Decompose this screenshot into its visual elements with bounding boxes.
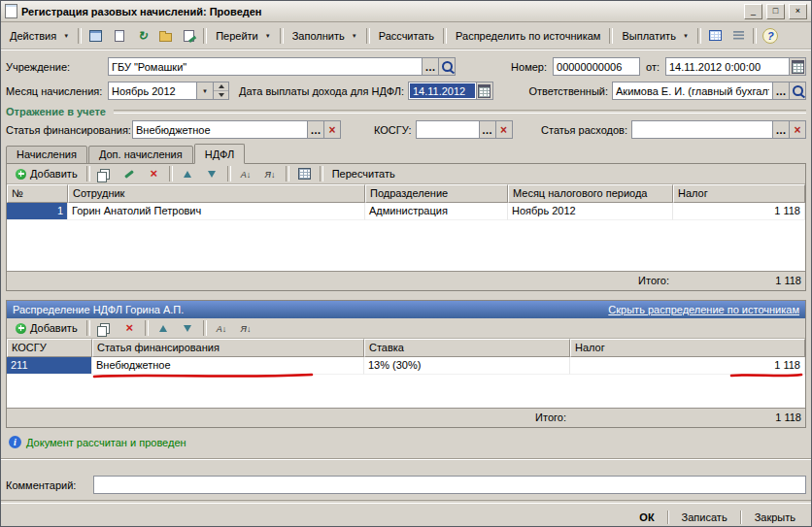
ndfl-date-calendar-button[interactable] bbox=[476, 82, 492, 99]
spin-up-button[interactable] bbox=[214, 82, 228, 90]
sort-desc-button[interactable] bbox=[259, 164, 282, 183]
column-header-tax: Налог bbox=[570, 339, 805, 357]
date-calendar-button[interactable] bbox=[789, 58, 805, 75]
cell-row-number[interactable]: 1 bbox=[7, 203, 68, 220]
spin-down-button[interactable] bbox=[214, 90, 228, 99]
expense-clear-button[interactable] bbox=[789, 121, 805, 138]
comment-input[interactable] bbox=[94, 477, 805, 493]
expense-field[interactable] bbox=[631, 120, 806, 139]
maximize-button[interactable]: □ bbox=[766, 4, 785, 19]
total-empty-cell bbox=[92, 409, 364, 427]
table-settings-button[interactable] bbox=[293, 164, 316, 183]
dist-delete-row-button[interactable] bbox=[118, 318, 141, 338]
fill-menu-button[interactable]: Заполнить bbox=[287, 27, 363, 45]
edit-row-button[interactable] bbox=[118, 164, 141, 183]
expense-input[interactable] bbox=[632, 121, 772, 138]
cell-tax[interactable]: 1 118 bbox=[673, 203, 805, 220]
institution-input[interactable] bbox=[109, 58, 422, 75]
tab-accruals[interactable]: Начисления bbox=[6, 146, 87, 164]
refresh-button[interactable] bbox=[131, 26, 153, 46]
number-input[interactable] bbox=[554, 58, 639, 75]
app-window: Регистрация разовых начислений: Проведен… bbox=[0, 0, 812, 527]
ndfl-date-field[interactable]: 14.11.2012 bbox=[408, 82, 493, 100]
open-form-button[interactable] bbox=[85, 26, 107, 46]
total-empty-cell bbox=[7, 409, 92, 427]
copy-row-button[interactable] bbox=[94, 164, 117, 183]
dist-move-down-button[interactable] bbox=[177, 318, 199, 338]
responsible-select-button[interactable] bbox=[772, 82, 789, 99]
institution-select-button[interactable] bbox=[422, 58, 438, 75]
financing-select-button[interactable] bbox=[307, 121, 323, 138]
cell-employee[interactable]: Горин Анатолий Петрович bbox=[68, 203, 365, 220]
date-label: от: bbox=[646, 61, 660, 73]
add-label: Добавить bbox=[30, 168, 78, 180]
cell-tax[interactable]: 1 118 bbox=[570, 357, 805, 375]
kosgu-clear-button[interactable] bbox=[495, 121, 512, 138]
move-up-button[interactable] bbox=[177, 164, 199, 183]
ndfl-date-selected-text[interactable]: 14.11.2012 bbox=[410, 83, 475, 98]
close-window-button[interactable]: Закрыть bbox=[745, 509, 805, 526]
magnifier-icon bbox=[442, 61, 453, 72]
month-input[interactable] bbox=[109, 82, 196, 99]
list-icon bbox=[733, 31, 744, 41]
save-button[interactable]: Записать bbox=[672, 509, 737, 526]
add-row-button[interactable]: Добавить bbox=[11, 166, 83, 181]
responsible-search-button[interactable] bbox=[789, 82, 805, 99]
new-document-button[interactable] bbox=[108, 26, 130, 46]
cell-department[interactable]: Администрация bbox=[365, 203, 508, 220]
dist-copy-row-button[interactable] bbox=[94, 318, 117, 338]
date-input[interactable] bbox=[666, 58, 789, 75]
edit-document-button[interactable] bbox=[178, 26, 200, 46]
number-field[interactable] bbox=[553, 57, 640, 76]
column-header-department: Подразделение bbox=[365, 184, 508, 203]
sort-asc-button[interactable] bbox=[235, 164, 257, 183]
move-down-button[interactable] bbox=[201, 164, 223, 183]
goto-menu-button[interactable]: Перейти bbox=[210, 27, 277, 45]
cell-kosgu[interactable]: 211 bbox=[7, 357, 92, 375]
check-list-button[interactable] bbox=[727, 26, 750, 46]
magnifier-icon bbox=[793, 85, 803, 96]
help-button[interactable] bbox=[760, 26, 782, 46]
distribute-button[interactable]: Распределить по источникам bbox=[450, 27, 606, 45]
kosgu-field[interactable] bbox=[416, 120, 513, 139]
table-row: 1 Горин Анатолий Петрович Администрация … bbox=[7, 203, 805, 220]
institution-search-button[interactable] bbox=[438, 58, 455, 75]
actions-menu-button[interactable]: Действия bbox=[4, 27, 75, 45]
tab-additional-accruals[interactable]: Доп. начисления bbox=[88, 146, 193, 164]
pay-menu-button[interactable]: Выплатить bbox=[616, 27, 694, 45]
responsible-input[interactable] bbox=[613, 82, 772, 99]
kosgu-select-button[interactable] bbox=[479, 121, 495, 138]
comment-field[interactable] bbox=[93, 476, 806, 494]
dist-move-up-button[interactable] bbox=[152, 318, 175, 338]
ok-button[interactable]: ОК bbox=[629, 509, 663, 526]
financing-clear-button[interactable] bbox=[323, 121, 340, 138]
main-toolbar: Действия Перейти Заполнить Рассчитать Ра… bbox=[1, 22, 811, 49]
payment-table-button[interactable] bbox=[704, 26, 727, 46]
structure-button[interactable] bbox=[154, 26, 177, 46]
month-dropdown-button[interactable] bbox=[196, 82, 213, 99]
dist-sort-asc-button[interactable] bbox=[211, 318, 233, 338]
hide-distribution-link[interactable]: Скрыть распределение по источникам bbox=[608, 304, 799, 315]
tab-ndfl[interactable]: НДФЛ bbox=[194, 144, 245, 164]
financing-field[interactable] bbox=[132, 120, 341, 139]
cell-rate[interactable]: 13% (30%) bbox=[364, 357, 570, 375]
expense-select-button[interactable] bbox=[772, 121, 789, 138]
close-button[interactable]: × bbox=[789, 4, 807, 19]
month-spinner[interactable] bbox=[213, 82, 228, 99]
financing-input[interactable] bbox=[133, 121, 307, 138]
kosgu-input[interactable] bbox=[417, 121, 479, 138]
cell-period[interactable]: Ноябрь 2012 bbox=[508, 203, 673, 220]
month-field[interactable] bbox=[108, 82, 229, 100]
add-icon bbox=[16, 323, 26, 334]
minimize-button[interactable]: _ bbox=[744, 4, 762, 19]
dist-add-row-button[interactable]: Добавить bbox=[11, 320, 83, 336]
cell-financing[interactable]: Внебюджетное bbox=[92, 357, 364, 375]
recalculate-button[interactable]: Пересчитать bbox=[327, 166, 400, 181]
calculate-button[interactable]: Рассчитать bbox=[373, 27, 440, 45]
date-field[interactable] bbox=[665, 57, 806, 76]
responsible-field[interactable] bbox=[612, 82, 806, 100]
dist-sort-desc-button[interactable] bbox=[235, 318, 257, 338]
delete-row-button[interactable] bbox=[143, 164, 165, 183]
institution-field[interactable] bbox=[108, 57, 456, 76]
ndfl-date-label: Дата выплаты дохода для НДФЛ: bbox=[239, 85, 404, 97]
